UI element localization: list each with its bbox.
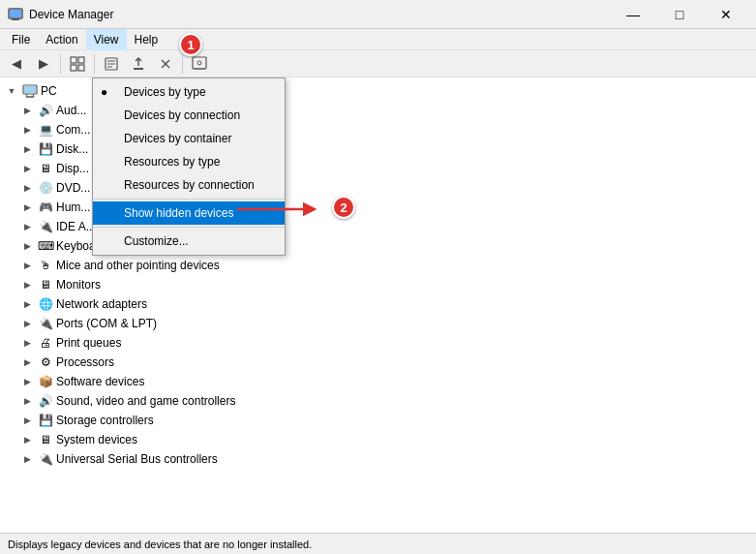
tree-item-label: Aud...: [56, 104, 86, 117]
tree-item-label: Ports (COM & LPT): [56, 317, 157, 330]
menu-item-label: Devices by container: [124, 132, 231, 145]
dropdown-separator-2: [93, 227, 285, 228]
tree-item-label: Disk...: [56, 142, 88, 156]
main-content: ▼ PC ▶ 🔊 Aud... ▶ 💻 Com... ▶ 💾: [0, 77, 756, 533]
toolbar-separator-3: [182, 54, 183, 74]
menu-item-label: Show hidden devices: [124, 206, 233, 220]
tree-item-label: Universal Serial Bus controllers: [56, 452, 218, 466]
svg-rect-5: [71, 65, 76, 71]
tree-item-system[interactable]: ▶ 🖥 System devices: [0, 430, 756, 449]
toolbar-computer-view[interactable]: [65, 52, 90, 76]
title-bar-title: Device Manager: [29, 8, 611, 21]
tree-item-print[interactable]: ▶ 🖨 Print queues: [0, 333, 756, 353]
toolbar-separator-2: [94, 54, 95, 74]
tree-item-label: Print queues: [56, 336, 121, 350]
toolbar-uninstall[interactable]: [153, 52, 178, 76]
tree-item-ports[interactable]: ▶ 🔌 Ports (COM & LPT): [0, 314, 756, 333]
tree-item-label: PC: [41, 84, 57, 98]
tree-item-network[interactable]: ▶ 🌐 Network adapters: [0, 294, 756, 314]
svg-rect-6: [78, 65, 84, 71]
status-text: Displays legacy devices and devices that…: [8, 539, 312, 550]
tree-item-software[interactable]: ▶ 📦 Software devices: [0, 372, 756, 391]
menu-devices-by-connection[interactable]: Devices by connection: [93, 104, 285, 127]
svg-rect-14: [193, 57, 206, 69]
computer-icon: [22, 83, 38, 99]
toolbar: ◀ ▶: [0, 50, 756, 77]
minimize-button[interactable]: —: [611, 0, 655, 29]
menu-item-help[interactable]: Help: [127, 29, 166, 50]
status-bar: Displays legacy devices and devices that…: [0, 533, 756, 554]
menu-devices-by-type[interactable]: ● Devices by type: [93, 80, 285, 104]
menu-resources-by-connection[interactable]: Resources by connection: [93, 173, 285, 197]
svg-rect-2: [10, 10, 21, 17]
tree-item-label: System devices: [56, 433, 137, 446]
check-mark-type: ●: [101, 85, 107, 99]
svg-rect-18: [24, 86, 36, 93]
svg-rect-3: [71, 57, 76, 63]
tree-item-monitors[interactable]: ▶ 🖥 Monitors: [0, 275, 756, 294]
tree-item-sound[interactable]: ▶ 🔊 Sound, video and game controllers: [0, 391, 756, 411]
toolbar-properties[interactable]: [99, 52, 124, 76]
menu-item-label: Customize...: [124, 234, 189, 248]
menu-resources-by-type[interactable]: Resources by type: [93, 150, 285, 173]
menu-item-label: Resources by connection: [124, 178, 255, 192]
dropdown-separator-1: [93, 199, 285, 200]
tree-item-label: Storage controllers: [56, 414, 154, 427]
svg-rect-4: [78, 57, 84, 63]
tree-item-label: Com...: [56, 123, 90, 137]
menu-item-label: Devices by connection: [124, 108, 240, 122]
menu-item-label: Resources by type: [124, 155, 220, 169]
menu-devices-by-container[interactable]: Devices by container: [93, 127, 285, 150]
expand-icon: ▼: [4, 83, 19, 99]
tree-item-label: Network adapters: [56, 297, 147, 311]
tree-item-label: Processors: [56, 355, 114, 369]
tree-item-label: DVD...: [56, 181, 90, 195]
tree-item-usb[interactable]: ▶ 🔌 Universal Serial Bus controllers: [0, 449, 756, 469]
svg-rect-1: [12, 18, 19, 20]
tree-item-label: Software devices: [56, 375, 144, 388]
tree-item-storage[interactable]: ▶ 💾 Storage controllers: [0, 411, 756, 430]
menu-item-view[interactable]: View: [86, 29, 127, 50]
close-button[interactable]: ✕: [704, 0, 748, 29]
menu-bar: File Action View Help: [0, 29, 756, 50]
tree-item-label: Hum...: [56, 200, 90, 214]
title-bar-icon: [8, 7, 23, 22]
maximize-button[interactable]: □: [657, 0, 702, 29]
menu-item-file[interactable]: File: [4, 29, 38, 50]
toolbar-update[interactable]: [126, 52, 151, 76]
menu-customize[interactable]: Customize...: [93, 230, 285, 253]
toolbar-forward[interactable]: ▶: [31, 52, 56, 76]
tree-item-label: Disp...: [56, 162, 89, 175]
title-bar: Device Manager — □ ✕: [0, 0, 756, 29]
svg-point-15: [197, 61, 201, 65]
title-bar-controls: — □ ✕: [611, 0, 748, 29]
menu-item-action[interactable]: Action: [38, 29, 85, 50]
tree-item-mice[interactable]: ▶ 🖱 Mice and other pointing devices: [0, 256, 756, 275]
toolbar-scan[interactable]: [187, 52, 212, 76]
tree-item-label: Mice and other pointing devices: [56, 259, 220, 272]
toolbar-back[interactable]: ◀: [4, 52, 29, 76]
menu-item-label: Devices by type: [124, 85, 206, 99]
view-dropdown-menu: ● Devices by type Devices by connection …: [92, 77, 286, 256]
tree-item-label: IDE A...: [56, 220, 96, 233]
tree-item-label: Sound, video and game controllers: [56, 394, 235, 408]
tree-item-processors[interactable]: ▶ ⚙ Processors: [0, 353, 756, 372]
toolbar-separator-1: [60, 54, 61, 74]
tree-item-label: Monitors: [56, 278, 101, 292]
svg-rect-11: [134, 68, 143, 70]
menu-show-hidden[interactable]: Show hidden devices: [93, 201, 285, 225]
